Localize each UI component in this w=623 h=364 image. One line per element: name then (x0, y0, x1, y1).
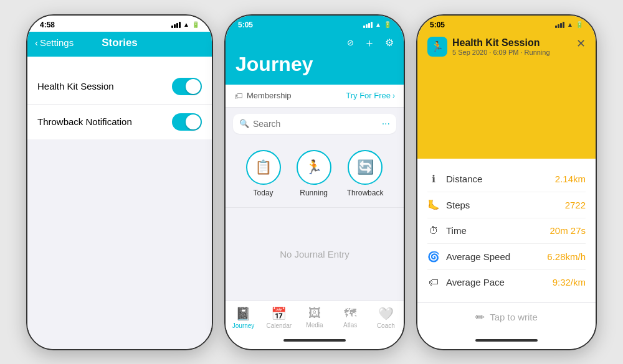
membership-link: Try For Free (346, 91, 391, 100)
steps-label: Steps (446, 200, 470, 210)
hk-header: 🏃 Health Kit Session 5 Sep 2020 · 6:09 P… (417, 32, 596, 65)
search-icon: 🔍 (239, 119, 249, 128)
phone-health-kit: 5:05 ▲ 🔋 🏃 Health Kit Session (416, 14, 597, 350)
pace-value: 9:32/km (553, 277, 586, 287)
category-throwback[interactable]: 🔄 Throwback (347, 150, 384, 197)
running-circle: 🏃 (297, 150, 331, 185)
calendar-nav-icon: 📅 (271, 306, 287, 321)
stat-distance: ℹ Distance 2.14km (427, 166, 586, 192)
nav-journey[interactable]: 📓 Journey (229, 306, 259, 329)
today-circle: 📋 (246, 150, 281, 185)
hk-app-icon: 🏃 (427, 37, 447, 57)
bottom-nav: 📓 Journey 📅 Calendar 🖼 Media 🗺 Atlas 🤍 (226, 301, 404, 332)
status-time-3: 5:05 (430, 21, 445, 29)
stat-time: ⏱ Time 20m 27s (427, 218, 586, 244)
write-icon: ✏ (475, 310, 485, 324)
chevron-right-icon: › (392, 91, 395, 100)
journey-nav-label: Journey (232, 322, 255, 329)
no-wifi-icon: ⊘ (347, 38, 354, 47)
search-input[interactable] (253, 119, 378, 129)
category-today[interactable]: 📋 Today (246, 150, 281, 197)
stat-distance-left: ℹ Distance (427, 173, 482, 185)
atlas-nav-label: Atlas (343, 322, 357, 329)
settings-item-throwback: Throwback Notification (27, 105, 212, 139)
search-area: 🔍 ··· (226, 108, 404, 140)
status-icons-3: ▲ 🔋 (555, 21, 583, 28)
media-nav-label: Media (306, 322, 323, 329)
journey-header: ⊘ ＋ ⚙ Journey (226, 32, 404, 85)
coach-nav-label: Coach (377, 322, 395, 329)
journey-body: ⊘ ＋ ⚙ Journey 🏷 Membership Try For Free … (226, 32, 404, 349)
phone-settings: 4:58 ▲ 🔋 ‹ Settings Stories (26, 14, 213, 350)
header-title: Stories (102, 37, 138, 49)
home-indicator-2 (226, 332, 404, 349)
close-button[interactable]: ✕ (576, 37, 586, 50)
signal-icon-2 (363, 22, 373, 28)
settings-rest-area (27, 139, 212, 349)
throwback-toggle[interactable] (172, 113, 202, 131)
speed-label: Average Speed (446, 251, 510, 262)
steps-icon: 🦶 (427, 199, 440, 211)
more-options-icon[interactable]: ··· (382, 118, 390, 129)
stat-pace-left: 🏷 Average Pace (427, 277, 505, 288)
status-bar-3: 5:05 ▲ 🔋 (417, 16, 596, 32)
distance-value: 2.14km (555, 174, 586, 184)
membership-icon: 🏷 (234, 91, 243, 101)
throwback-circle: 🔄 (348, 150, 383, 185)
battery-icon: 🔋 (192, 21, 199, 28)
hk-session-title: Health Kit Session (452, 37, 550, 49)
settings-body: Health Kit Session Throwback Notificatio… (27, 57, 212, 350)
today-icon: 📋 (255, 159, 272, 175)
health-kit-toggle[interactable] (172, 78, 202, 95)
pace-icon: 🏷 (427, 277, 440, 288)
signal-icon (171, 22, 181, 28)
status-bar-1: 4:58 ▲ 🔋 (27, 16, 212, 32)
time-value: 20m 27s (549, 225, 586, 236)
category-running[interactable]: 🏃 Running (297, 150, 331, 197)
speed-value: 6.28km/h (547, 251, 586, 262)
time-label: Time (446, 225, 467, 236)
membership-link-area[interactable]: Try For Free › (346, 91, 395, 100)
steps-value: 2722 (565, 200, 586, 210)
nav-calendar[interactable]: 📅 Calendar (264, 306, 294, 329)
add-button[interactable]: ＋ (364, 35, 375, 50)
today-label: Today (254, 189, 273, 197)
wifi-icon-3: ▲ (567, 21, 573, 28)
stat-time-left: ⏱ Time (427, 225, 467, 236)
journal-area: No Journal Entry (226, 207, 404, 301)
wifi-icon-2: ▲ (375, 21, 381, 28)
throwback-icon: 🔄 (357, 159, 374, 175)
distance-label: Distance (446, 174, 482, 184)
hk-title-area: 🏃 Health Kit Session 5 Sep 2020 · 6:09 P… (427, 37, 550, 57)
settings-icon[interactable]: ⚙ (385, 37, 394, 49)
distance-icon: ℹ (427, 173, 440, 185)
home-bar-2 (283, 339, 346, 342)
hk-title-text: Health Kit Session 5 Sep 2020 · 6:09 PM … (452, 37, 550, 56)
health-kit-body: 🏃 Health Kit Session 5 Sep 2020 · 6:09 P… (417, 32, 596, 349)
status-icons-1: ▲ 🔋 (171, 21, 199, 28)
status-time-2: 5:05 (238, 21, 253, 29)
status-bar-2: 5:05 ▲ 🔋 (226, 16, 404, 32)
throwback-label: Throwback Notification (37, 116, 132, 127)
categories-row: 📋 Today 🏃 Running 🔄 Throwback (226, 140, 404, 207)
nav-atlas[interactable]: 🗺 Atlas (335, 306, 365, 329)
back-button[interactable]: ‹ Settings (35, 37, 74, 48)
battery-icon-2: 🔋 (384, 21, 391, 28)
membership-label: Membership (247, 91, 292, 100)
health-kit-label: Health Kit Session (37, 81, 114, 91)
running-label: Running (300, 189, 328, 197)
stat-avg-speed: 🌀 Average Speed 6.28km/h (427, 244, 586, 270)
hk-session-meta: 5 Sep 2020 · 6:09 PM · Running (452, 49, 550, 56)
stat-avg-pace: 🏷 Average Pace 9:32/km (427, 270, 586, 295)
atlas-nav-icon: 🗺 (344, 306, 356, 320)
home-indicator-1 (27, 349, 212, 350)
stat-steps: 🦶 Steps 2722 (427, 192, 586, 218)
back-label: Settings (40, 37, 74, 48)
hk-footer[interactable]: ✏ Tap to write (417, 302, 596, 332)
chevron-left-icon: ‹ (35, 37, 38, 48)
settings-header: ‹ Settings Stories (27, 32, 212, 57)
running-icon: 🏃 (305, 159, 322, 175)
speed-icon: 🌀 (427, 251, 440, 263)
nav-media[interactable]: 🖼 Media (300, 306, 330, 329)
nav-coach[interactable]: 🤍 Coach (371, 306, 401, 329)
